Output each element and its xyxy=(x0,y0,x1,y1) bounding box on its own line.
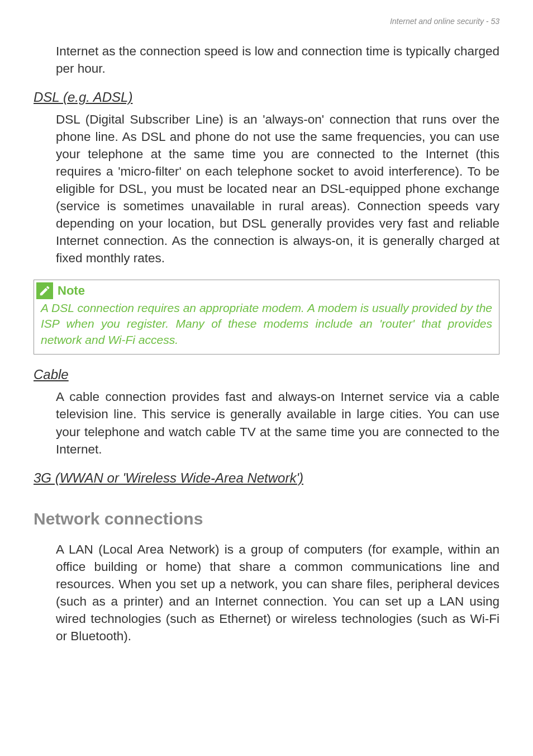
network-connections-heading: Network connections xyxy=(34,509,499,528)
document-page: Internet and online security - 53 Intern… xyxy=(0,0,533,756)
threeg-heading: 3G (WWAN or 'Wireless Wide-Area Network'… xyxy=(34,470,499,486)
network-connections-body: A LAN (Local Area Network) is a group of… xyxy=(56,541,499,645)
cable-heading: Cable xyxy=(34,367,499,382)
note-header: Note xyxy=(34,280,499,299)
dsl-heading: DSL (e.g. ADSL) xyxy=(34,89,499,105)
pencil-icon xyxy=(39,285,51,297)
dsl-body: DSL (Digital Subscriber Line) is an 'alw… xyxy=(56,111,499,267)
note-box: Note A DSL connection requires an approp… xyxy=(34,280,499,355)
cable-body: A cable connection provides fast and alw… xyxy=(56,388,499,457)
note-title: Note xyxy=(58,284,85,298)
page-header: Internet and online security - 53 xyxy=(34,17,499,26)
note-body: A DSL connection requires an appropriate… xyxy=(34,299,499,355)
note-icon xyxy=(36,282,53,299)
intro-paragraph: Internet as the connection speed is low … xyxy=(56,42,499,77)
